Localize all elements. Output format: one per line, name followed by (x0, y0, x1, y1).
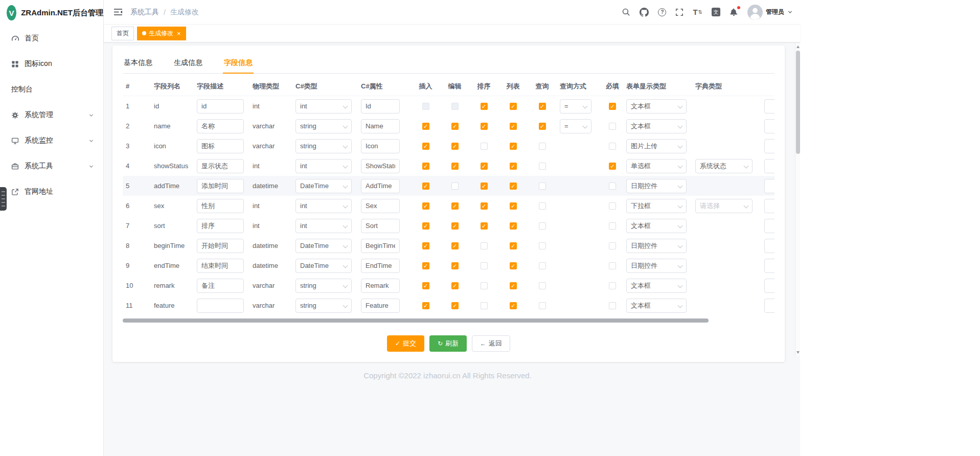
cs-property-input[interactable] (361, 199, 400, 213)
extra-input[interactable] (764, 279, 774, 293)
display-type-select[interactable]: 文本框 (626, 299, 687, 313)
extra-input[interactable] (764, 199, 774, 213)
sidebar-item-console[interactable]: 控制台 (0, 77, 103, 102)
cs-type-select[interactable]: string (295, 299, 352, 313)
display-type-select[interactable]: 文本框 (626, 119, 687, 133)
panel-tab-field-info[interactable]: 字段信息 (223, 53, 254, 73)
cs-type-select[interactable]: int (295, 199, 352, 213)
menu-fold-icon[interactable] (113, 8, 123, 16)
list-checkbox[interactable] (510, 262, 517, 269)
edit-checkbox[interactable] (451, 163, 459, 170)
insert-checkbox[interactable] (422, 222, 429, 230)
list-checkbox[interactable] (510, 143, 517, 150)
sidebar-item-system-monitor[interactable]: 系统监控 (0, 128, 103, 153)
extra-input[interactable] (764, 299, 774, 313)
list-checkbox[interactable] (510, 242, 517, 249)
query-checkbox[interactable] (539, 262, 546, 269)
bell-icon[interactable] (730, 8, 738, 16)
required-checkbox[interactable] (609, 282, 616, 289)
edit-checkbox[interactable] (451, 183, 459, 190)
required-checkbox[interactable] (609, 222, 616, 230)
cs-property-input[interactable] (361, 219, 400, 233)
display-type-select[interactable]: 日期控件 (626, 259, 687, 273)
edit-checkbox[interactable] (451, 262, 459, 269)
list-checkbox[interactable] (510, 163, 517, 170)
cs-type-select[interactable]: DateTime (295, 239, 352, 253)
field-desc-input[interactable] (197, 179, 244, 193)
cs-property-input[interactable] (361, 179, 400, 193)
query-checkbox[interactable] (539, 183, 546, 190)
insert-checkbox[interactable] (422, 262, 429, 269)
cs-type-select[interactable]: DateTime (295, 179, 352, 193)
query-method-select[interactable]: = (560, 119, 591, 133)
query-checkbox[interactable] (539, 143, 546, 150)
help-icon[interactable]: ? (658, 8, 666, 16)
app-logo[interactable]: V ZRAdmin.NET后台管理 (0, 0, 103, 26)
extra-input[interactable] (764, 219, 774, 233)
dict-type-select[interactable]: 系统状态 (695, 159, 753, 173)
submit-button[interactable]: ✓提交 (387, 335, 424, 352)
edit-checkbox[interactable] (451, 103, 459, 110)
insert-checkbox[interactable] (422, 282, 429, 289)
list-checkbox[interactable] (510, 282, 517, 289)
field-desc-input[interactable] (197, 259, 244, 273)
field-desc-input[interactable] (197, 99, 244, 113)
sidebar-item-website[interactable]: 官网地址 (0, 179, 103, 204)
query-checkbox[interactable] (539, 242, 546, 249)
required-checkbox[interactable] (609, 262, 616, 269)
sort-checkbox[interactable] (481, 183, 488, 190)
extra-input[interactable] (764, 259, 774, 273)
scroll-up-arrow[interactable] (796, 45, 800, 48)
sort-checkbox[interactable] (481, 242, 488, 249)
cs-type-select[interactable]: string (295, 119, 352, 133)
query-checkbox[interactable] (539, 163, 546, 170)
github-icon[interactable] (640, 8, 649, 17)
extra-input[interactable] (764, 179, 774, 193)
query-checkbox[interactable] (539, 302, 546, 309)
insert-checkbox[interactable] (422, 143, 429, 150)
cs-type-select[interactable]: int (295, 219, 352, 233)
dict-type-select[interactable]: 请选择 (695, 199, 753, 213)
sort-checkbox[interactable] (481, 262, 488, 269)
field-desc-input[interactable] (197, 139, 244, 153)
cs-property-input[interactable] (361, 259, 400, 273)
query-checkbox[interactable] (539, 282, 546, 289)
sidebar-item-home[interactable]: 首页 (0, 26, 103, 51)
insert-checkbox[interactable] (422, 163, 429, 170)
list-checkbox[interactable] (510, 302, 517, 309)
extra-input[interactable] (764, 119, 774, 133)
extra-input[interactable] (764, 239, 774, 253)
cs-property-input[interactable] (361, 119, 400, 133)
field-desc-input[interactable] (197, 159, 244, 173)
sidebar-item-system-tools[interactable]: 系统工具 (0, 153, 103, 179)
field-desc-input[interactable] (197, 299, 244, 313)
edit-checkbox[interactable] (451, 123, 459, 130)
insert-checkbox[interactable] (422, 302, 429, 309)
theme-drawer-handle[interactable] (0, 187, 7, 211)
insert-checkbox[interactable] (422, 183, 429, 190)
scroll-down-arrow[interactable] (796, 351, 800, 354)
insert-checkbox[interactable] (422, 123, 429, 130)
field-desc-input[interactable] (197, 199, 244, 213)
cs-type-select[interactable]: int (295, 99, 352, 113)
field-desc-input[interactable] (197, 119, 244, 133)
display-type-select[interactable]: 文本框 (626, 219, 687, 233)
cs-type-select[interactable]: string (295, 279, 352, 293)
sort-checkbox[interactable] (481, 302, 488, 309)
field-desc-input[interactable] (197, 219, 244, 233)
query-method-select[interactable]: = (560, 99, 591, 113)
back-button[interactable]: ←返回 (472, 335, 510, 352)
tag-gen-edit[interactable]: 生成修改 × (137, 27, 186, 40)
panel-tab-generate-info[interactable]: 生成信息 (173, 53, 203, 73)
refresh-button[interactable]: ↻刷新 (429, 335, 467, 352)
extra-input[interactable] (764, 159, 774, 173)
sort-checkbox[interactable] (481, 222, 488, 230)
query-checkbox[interactable] (539, 123, 546, 130)
required-checkbox[interactable] (609, 163, 616, 170)
list-checkbox[interactable] (510, 222, 517, 230)
list-checkbox[interactable] (510, 123, 517, 130)
required-checkbox[interactable] (609, 202, 616, 210)
edit-checkbox[interactable] (451, 143, 459, 150)
tag-home[interactable]: 首页 (111, 27, 134, 40)
breadcrumb-item[interactable]: 系统工具 (130, 8, 159, 17)
